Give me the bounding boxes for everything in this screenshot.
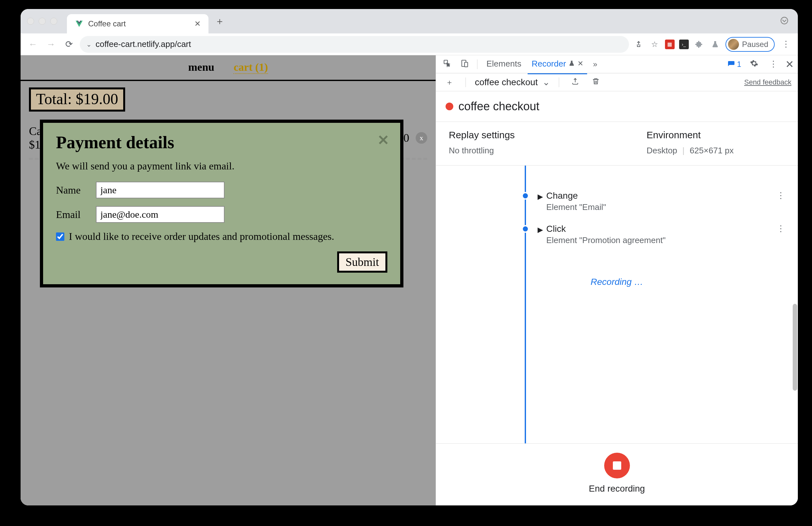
forward-button[interactable]: → (44, 37, 58, 51)
bookmark-icon[interactable]: ☆ (649, 39, 661, 50)
avatar (728, 39, 739, 50)
promo-label: I would like to receive order updates an… (69, 230, 334, 242)
export-icon[interactable] (568, 77, 582, 87)
step-dot-icon (523, 193, 528, 198)
remove-item-button[interactable]: x (416, 132, 427, 144)
maximize-window-button[interactable] (50, 18, 57, 25)
step-subtitle: Element "Email" (546, 202, 777, 212)
extension-1-icon[interactable]: ▦ (665, 40, 675, 49)
step-item[interactable]: ▶ Change Element "Email" ⋮ (436, 185, 798, 218)
extensions-icon[interactable] (693, 39, 705, 50)
page-viewport: menu cart (1) Total: $19.00 Ca $1 00 x (20, 55, 436, 506)
steps-area: ▶ Change Element "Email" ⋮ ▶ Click (436, 166, 798, 444)
minimize-window-button[interactable] (39, 18, 46, 25)
vue-favicon-icon (75, 19, 84, 28)
end-recording-bar: End recording (436, 444, 798, 506)
step-menu-icon[interactable]: ⋮ (777, 191, 785, 201)
tab-title: Coffee cart (88, 19, 190, 28)
device-value[interactable]: Desktop (647, 146, 677, 155)
name-input[interactable] (96, 182, 224, 198)
name-label: Name (56, 184, 88, 196)
chevron-down-icon: ⌄ (542, 77, 550, 88)
stop-icon (613, 461, 621, 470)
stop-recording-button[interactable] (604, 453, 630, 478)
extension-2-icon[interactable]: ›_ (679, 40, 689, 49)
address-bar[interactable]: ⌄ coffee-cart.netlify.app/cart (80, 36, 629, 53)
toolbar-right: ☆ ▦ ›_ Paused ⋮ (633, 37, 793, 52)
flask-icon (568, 59, 575, 69)
end-recording-label: End recording (436, 484, 798, 494)
tab-strip: Coffee cart ✕ ＋ (20, 9, 798, 33)
step-menu-icon[interactable]: ⋮ (777, 224, 785, 234)
content-area: menu cart (1) Total: $19.00 Ca $1 00 x (20, 55, 798, 506)
devtools-menu-icon[interactable]: ⋮ (767, 59, 780, 69)
page-body: Total: $19.00 Ca $1 00 x ✕ Payment detai… (20, 80, 436, 166)
close-window-button[interactable] (27, 18, 34, 25)
labs-icon[interactable] (709, 39, 721, 50)
throttling-value[interactable]: No throttling (449, 146, 647, 155)
step-title: Click (546, 224, 777, 234)
recording-select[interactable]: coffee checkout ⌄ (475, 77, 550, 88)
recording-title: coffee checkout (459, 100, 539, 113)
page-nav: menu cart (1) (20, 55, 436, 80)
new-tab-button[interactable]: ＋ (215, 15, 224, 28)
delete-icon[interactable] (589, 77, 603, 87)
recording-dot-icon (446, 103, 453, 110)
nav-cart-link[interactable]: cart (1) (234, 61, 268, 74)
close-modal-icon[interactable]: ✕ (377, 132, 389, 149)
modal-title: Payment details (56, 133, 387, 152)
step-subtitle: Element "Promotion agreement" (546, 235, 777, 245)
environment-title: Environment (647, 130, 785, 140)
browser-tab[interactable]: Coffee cart ✕ (67, 14, 208, 33)
share-icon[interactable] (633, 39, 644, 50)
modal-subtitle: We will send you a payment link via emai… (56, 160, 387, 172)
back-button[interactable]: ← (26, 37, 40, 51)
email-input[interactable] (96, 206, 224, 223)
expand-step-icon[interactable]: ▶ (538, 193, 543, 201)
site-info-icon[interactable]: ⌄ (86, 41, 92, 48)
close-panel-icon[interactable]: ✕ (578, 59, 583, 68)
send-feedback-link[interactable]: Send feedback (744, 78, 792, 87)
viewport-value[interactable]: 625×671 px (690, 146, 734, 155)
reload-button[interactable]: ⟳ (62, 37, 76, 51)
payment-modal: ✕ Payment details We will send you a pay… (40, 120, 403, 287)
total-box[interactable]: Total: $19.00 (29, 88, 125, 111)
step-item[interactable]: ▶ Click Element "Promotion agreement" ⋮ (436, 218, 798, 251)
settings-icon[interactable] (747, 59, 762, 70)
inspect-icon[interactable] (440, 59, 454, 70)
email-label: Email (56, 209, 88, 221)
recording-status: Recording … (436, 277, 798, 287)
promo-checkbox[interactable] (56, 232, 64, 241)
browser-menu-icon[interactable]: ⋮ (779, 39, 793, 49)
nav-menu-link[interactable]: menu (188, 61, 214, 74)
window-controls (27, 18, 57, 25)
url-text: coffee-cart.netlify.app/cart (96, 39, 191, 49)
svg-rect-3 (465, 62, 468, 66)
step-title: Change (546, 191, 777, 201)
step-dot-icon (523, 226, 528, 231)
close-devtools-icon[interactable]: ✕ (785, 58, 794, 71)
tab-overflow-icon[interactable] (780, 16, 789, 26)
profile-chip[interactable]: Paused (725, 37, 775, 52)
issues-badge[interactable]: 1 (727, 59, 741, 69)
settings-row: Replay settings No throttling Environmen… (436, 122, 798, 166)
profile-status: Paused (742, 40, 768, 49)
new-recording-icon[interactable]: ＋ (443, 77, 456, 88)
replay-settings-title: Replay settings (449, 130, 647, 140)
devtools-panel: Elements Recorder ✕ » 1 (436, 55, 798, 506)
tab-recorder[interactable]: Recorder ✕ (527, 54, 587, 74)
scrollbar[interactable] (793, 166, 797, 444)
device-mode-icon[interactable] (457, 59, 472, 70)
tab-elements[interactable]: Elements (482, 54, 525, 74)
browser-window: Coffee cart ✕ ＋ ← → ⟳ ⌄ coffee-cart.netl… (20, 9, 798, 506)
more-tabs-icon[interactable]: » (590, 60, 600, 69)
recording-header: coffee checkout (436, 91, 798, 122)
devtools-tabs: Elements Recorder ✕ » 1 (436, 55, 798, 73)
submit-button[interactable]: Submit (337, 252, 387, 273)
address-bar-row: ← → ⟳ ⌄ coffee-cart.netlify.app/cart ☆ ▦… (20, 33, 798, 55)
close-tab-icon[interactable]: ✕ (194, 19, 201, 28)
recorder-toolbar: ＋ coffee checkout ⌄ Send feedback (436, 73, 798, 91)
expand-step-icon[interactable]: ▶ (538, 226, 543, 234)
svg-point-0 (781, 17, 788, 24)
